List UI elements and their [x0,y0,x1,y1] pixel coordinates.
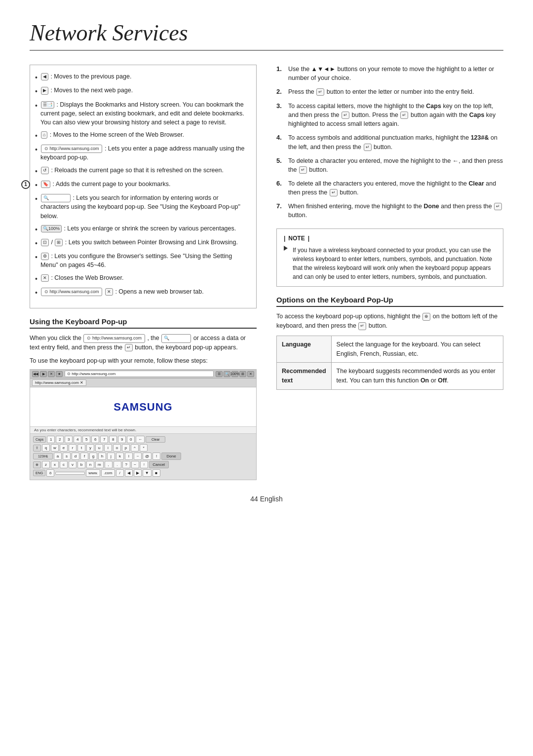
kb-zoom-btn[interactable]: 100% [231,371,238,377]
keyboard-mockup: ◀◀ ▶ ✕ ★ ⊙ http://www.samsung.com ☰ 🔍 10… [30,369,257,480]
kb-comma[interactable]: , [105,461,113,468]
kb-row-2: ⇧ q w e r t y u i o p ^ * [33,444,253,452]
kb-dash[interactable]: − [131,461,139,468]
kb-key-2[interactable]: 2 [56,436,64,443]
numbered-steps: 1. Use the ▲▼◄► buttons on your remote t… [276,65,503,220]
kb-period[interactable]: . [114,461,121,468]
kb-asterisk[interactable]: * [140,444,148,452]
bullet-box: • ◀ : Moves to the previous page. • ▶ : … [30,65,257,308]
bullet-dot: • [35,252,38,262]
options-icon: ⊕ [422,313,430,321]
kb-view-btn[interactable]: ⊞ [239,371,246,377]
kb-lang-key[interactable]: ENG [33,470,45,476]
kb-up[interactable]: ↑ [140,461,148,468]
kb-forward-btn[interactable]: ▶ [40,371,47,377]
kb-o[interactable]: o [113,444,121,452]
bullet-dot: • [35,145,38,154]
search-inline-icon: 🔍 [161,334,191,343]
kb-n[interactable]: n [86,461,94,468]
list-item: • ⊡ / ⊞ : Lets you switch between Pointe… [35,238,248,248]
kb-w[interactable]: w [51,444,59,452]
kb-b[interactable]: b [77,461,85,468]
kb-123-key[interactable]: 123#& [33,453,53,459]
kb-a[interactable]: a [54,453,62,460]
kb-shift-key[interactable]: ⇧ [33,445,41,452]
bullet-dot: • [35,194,38,204]
kb-excl[interactable]: ! [152,453,160,460]
kb-tilde[interactable]: ~ [134,453,142,460]
kb-d[interactable]: d [72,453,79,460]
kb-z[interactable]: z [42,461,50,468]
search-bar-icon: 🔍 [41,194,71,202]
kb-right-arrow[interactable]: ▶ [134,469,142,477]
kb-key-6[interactable]: 6 [91,436,99,443]
options-intro: To access the keyboard pop-up options, h… [276,312,503,331]
kb-s[interactable]: s [63,453,71,460]
step-number: 4. [276,133,285,143]
kb-close-btn[interactable]: ✕ [247,371,254,377]
enter-btn-icon: ↵ [125,344,133,352]
kb-caret[interactable]: ^ [131,444,139,452]
kb-r[interactable]: r [69,444,76,452]
new-tab-icon: ⊙ http://www.samsung.com [41,288,103,296]
kb-j[interactable]: j [107,453,115,460]
kb-down-arrow[interactable]: ▼ [143,469,152,477]
kb-key-1[interactable]: 1 [47,436,55,443]
kb-at[interactable]: @ [143,453,152,460]
kb-p[interactable]: p [122,444,130,452]
kb-done-key[interactable]: Done [161,453,181,460]
kb-key-4[interactable]: 4 [74,436,81,443]
kb-v[interactable]: v [69,461,76,468]
kb-search-btn[interactable]: 🔍 [224,371,230,377]
kb-i[interactable]: i [104,444,112,452]
kb-caps-key[interactable]: Caps [33,436,46,443]
kb-g[interactable]: g [89,453,97,460]
kb-y[interactable]: y [86,444,94,452]
table-row: Recommended text The keyboard suggests r… [277,363,503,390]
kb-square[interactable]: ■ [152,469,160,477]
kb-x[interactable]: x [51,461,59,468]
list-item: • ◀ : Moves to the previous page. [35,72,248,82]
kb-bookmark-btn[interactable]: ★ [56,371,63,377]
kb-tab[interactable]: http://www.samsung.com ✕ [32,379,86,386]
kb-backspace-key[interactable]: ← [136,436,145,443]
kb-cancel-key[interactable]: Cancel [149,461,169,468]
kb-www[interactable]: www. [86,469,100,477]
list-item: • ↺ : Reloads the current page so that i… [35,166,248,176]
kb-key-3[interactable]: 3 [65,436,73,443]
kb-settings-key[interactable]: ⊕ [33,461,41,468]
list-item: • ⊙ http://www.samsung.com ✕ : Opens a n… [35,287,248,298]
kb-slash[interactable]: / [116,469,124,477]
kb-l[interactable]: l [125,453,133,460]
kb-k[interactable]: k [116,453,124,460]
kb-umlaut[interactable]: ö [46,469,54,477]
kb-row-3: 123#& a s d f g h j k l ~ @ ! [33,453,253,460]
kb-clear-key[interactable]: Clear [146,436,165,443]
kb-url-field[interactable]: ⊙ http://www.samsung.com [65,371,214,377]
list-item: • 🔍 : Lets you search for information by… [35,193,248,220]
kb-keys: Caps 1 2 3 4 5 6 7 8 9 0 ← Clear [30,434,256,480]
kb-com[interactable]: .com [101,469,114,477]
kb-c[interactable]: c [60,461,68,468]
kb-h[interactable]: h [98,453,106,460]
kb-t[interactable]: t [77,444,85,452]
kb-q[interactable]: q [42,444,50,452]
kb-key-9[interactable]: 9 [118,436,126,443]
kb-left-arrow[interactable]: ◀ [125,469,133,477]
kb-m[interactable]: m [95,461,104,468]
kb-e[interactable]: e [60,444,68,452]
kb-nav-icons: ◀◀ ▶ ✕ ★ [32,371,63,377]
kb-stop-btn[interactable]: ✕ [48,371,55,377]
list-item: • 🔍100% : Lets you enlarge or shrink the… [35,224,248,234]
kb-f[interactable]: f [80,453,88,460]
next-page-icon: ▶ [41,87,48,94]
kb-key-8[interactable]: 8 [109,436,117,443]
kb-menu-btn[interactable]: ☰ [216,371,223,377]
kb-key-5[interactable]: 5 [82,436,90,443]
kb-question[interactable]: ? [122,461,130,468]
kb-u[interactable]: u [95,444,103,452]
kb-back-btn[interactable]: ◀◀ [32,371,39,377]
kb-space-key[interactable] [55,472,85,475]
kb-key-0[interactable]: 0 [127,436,135,443]
kb-key-7[interactable]: 7 [100,436,108,443]
